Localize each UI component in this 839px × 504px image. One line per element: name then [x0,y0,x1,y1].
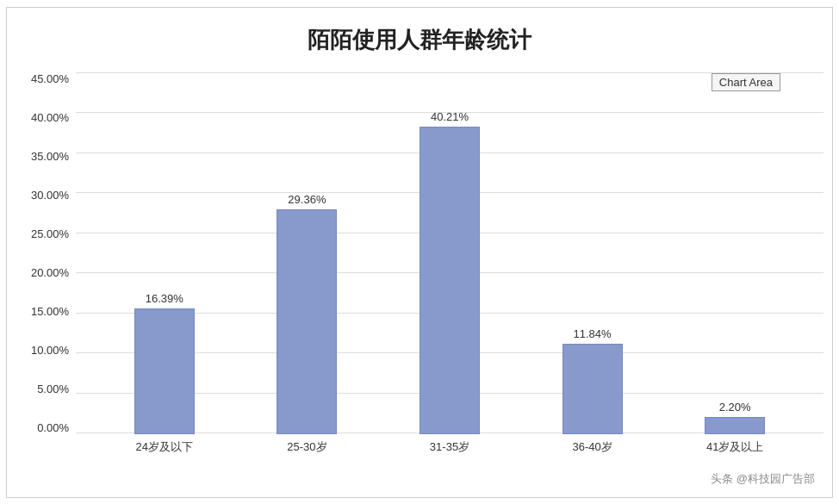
bar-group: 29.36% [236,72,379,434]
bar-group: 40.21% [378,72,521,434]
bar-value-label: 40.21% [431,110,469,123]
bar-value-label: 11.84% [574,327,612,340]
y-axis-label: 35.00% [31,150,69,163]
x-labels: 24岁及以下25-30岁31-35岁36-40岁41岁及以上 [76,434,823,460]
bar-value-label: 16.39% [146,292,183,305]
chart-body: 45.00%40.00%35.00%30.00%25.00%20.00%15.0… [16,64,823,460]
y-axis-label: 0.00% [37,421,69,434]
y-axis-label: 10.00% [31,344,69,357]
y-axis-label: 20.00% [31,266,69,279]
chart-plot: 16.39%29.36%40.21%11.84%2.20% 24岁及以下25-3… [76,64,823,460]
bar [277,209,337,434]
y-axis-label: 40.00% [31,111,69,124]
y-axis-label: 25.00% [31,227,69,240]
bar-value-label: 2.20% [719,401,751,414]
x-axis-label: 24岁及以下 [93,434,236,460]
bar-group: 11.84% [521,72,664,434]
y-axis: 45.00%40.00%35.00%30.00%25.00%20.00%15.0… [16,64,76,460]
watermark: 头条 @科技园广告部 [711,471,815,487]
y-axis-label: 30.00% [31,189,69,202]
bars-area: 16.39%29.36%40.21%11.84%2.20% [76,72,823,434]
y-axis-label: 5.00% [37,383,69,395]
bar [420,127,480,434]
bar [705,417,765,434]
bar [562,344,623,434]
x-axis-label: 36-40岁 [521,434,664,460]
bar [134,308,195,434]
bar-group: 16.39% [93,72,236,434]
bar-value-label: 29.36% [288,193,326,206]
chart-title: 陌陌使用人群年龄统计 [16,16,823,55]
y-axis-label: 45.00% [31,72,69,85]
x-axis-label: 25-30岁 [236,434,379,460]
bar-group: 2.20% [663,72,806,434]
x-axis-label: 41岁及以上 [663,434,806,460]
chart-container: 陌陌使用人群年龄统计 Chart Area 45.00%40.00%35.00%… [6,7,833,498]
x-axis-label: 31-35岁 [378,434,521,460]
y-axis-label: 15.00% [31,305,69,318]
